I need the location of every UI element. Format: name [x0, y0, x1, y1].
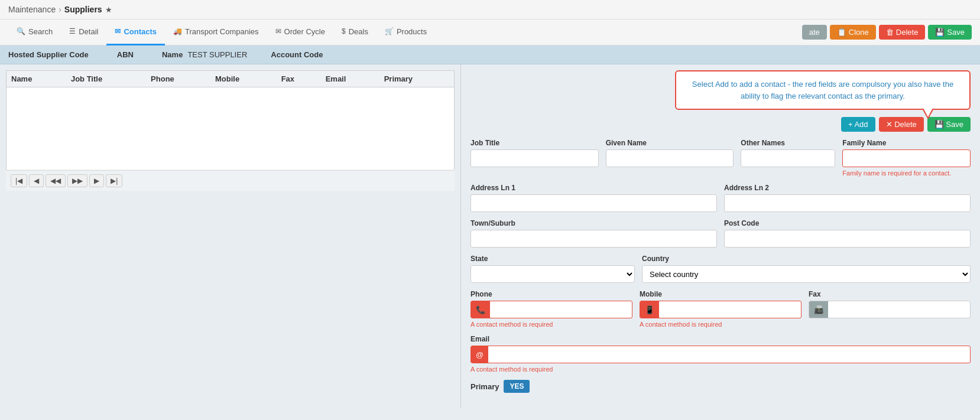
breadcrumb-separator: › — [59, 5, 61, 14]
field-phone: Phone 📞 A contact method is required — [470, 290, 632, 328]
delete-label: Delete — [896, 28, 919, 37]
town-label: Town/Suburb — [470, 219, 717, 227]
other-names-input[interactable] — [741, 149, 835, 167]
order-cycle-icon: ✉ — [275, 27, 281, 35]
fax-label: Fax — [809, 290, 971, 298]
email-error: A contact method is required — [470, 366, 971, 373]
field-fax: Fax 📠 — [809, 290, 971, 328]
given-name-input[interactable] — [606, 149, 734, 167]
page-prev-first[interactable]: ◀ — [29, 174, 44, 187]
star-icon[interactable]: ★ — [105, 5, 112, 14]
toolbar: 🔍 Search ☰ Detail ✉ Contacts 🚚 Transport… — [0, 19, 980, 45]
transport-icon: 🚚 — [173, 27, 182, 35]
phone-input[interactable] — [490, 301, 632, 318]
address1-label: Address Ln 1 — [470, 184, 717, 192]
address2-label: Address Ln 2 — [724, 184, 971, 192]
mobile-input[interactable] — [659, 301, 801, 318]
fax-input[interactable] — [828, 301, 970, 318]
col-mobile: Mobile — [210, 71, 277, 87]
col-name: Name — [7, 71, 66, 87]
delete-contact-button[interactable]: ✕ Delete — [879, 117, 924, 132]
save-button[interactable]: 💾 Save — [928, 25, 972, 40]
breadcrumb-current: Suppliers — [64, 5, 102, 14]
form-row-5: Phone 📞 A contact method is required Mob… — [470, 290, 971, 328]
save-icon: 💾 — [935, 28, 945, 37]
field-given-name: Given Name — [606, 139, 734, 177]
tab-deals-label: Deals — [349, 27, 368, 36]
field-family-name: Family Name Family name is required for … — [842, 139, 971, 177]
name-value: TEST SUPPLIER — [187, 50, 247, 59]
page-next[interactable]: ▶▶ — [67, 174, 87, 187]
field-country: Country Select country — [642, 255, 971, 283]
field-postcode: Post Code — [724, 219, 971, 248]
right-panel: Select Add to add a contact - the red fi… — [461, 64, 980, 408]
tab-products[interactable]: 🛒 Products — [377, 19, 435, 45]
name-label: Name — [162, 50, 183, 59]
delete-icon: 🗑 — [886, 28, 894, 37]
town-input[interactable] — [470, 230, 717, 248]
tab-deals[interactable]: $ Deals — [333, 19, 377, 45]
breadcrumb: Maintenance › Suppliers ★ — [0, 0, 980, 19]
mobile-error: A contact method is required — [640, 321, 801, 328]
tab-search[interactable]: 🔍 Search — [8, 19, 61, 45]
state-select[interactable]: NSW VIC QLD SA WA TAS NT ACT — [470, 265, 635, 283]
tab-search-label: Search — [28, 27, 53, 36]
email-input-group: @ — [470, 346, 971, 363]
info-hosted-supplier: Hosted Supplier Code — [8, 50, 93, 59]
tab-contacts-label: Contacts — [124, 27, 157, 36]
mobile-input-group: 📱 — [640, 301, 801, 318]
phone-error: A contact method is required — [470, 321, 632, 328]
tab-products-label: Products — [397, 27, 427, 36]
save-label: Save — [947, 28, 965, 37]
country-label: Country — [642, 255, 971, 263]
info-name: Name TEST SUPPLIER — [162, 50, 247, 59]
col-job-title: Job Title — [66, 71, 146, 87]
address2-input[interactable] — [724, 194, 971, 212]
page-first[interactable]: |◀ — [11, 174, 27, 187]
page-next-last[interactable]: ▶ — [89, 174, 104, 187]
left-panel: Name Job Title Phone Mobile Fax Email Pr… — [0, 64, 461, 408]
given-name-label: Given Name — [606, 139, 734, 147]
info-account-code: Account Code — [271, 50, 327, 59]
tab-contacts[interactable]: ✉ Contacts — [106, 19, 165, 45]
ate-button[interactable]: ate — [802, 25, 827, 40]
tab-detail[interactable]: ☰ Detail — [61, 19, 106, 45]
primary-toggle[interactable]: YES — [504, 380, 530, 393]
callout-box: Select Add to add a contact - the red fi… — [675, 70, 971, 110]
abn-label: ABN — [117, 50, 134, 59]
phone-icon: 📞 — [471, 301, 490, 318]
field-state: State NSW VIC QLD SA WA TAS NT ACT — [470, 255, 635, 283]
info-abn: ABN — [117, 50, 138, 59]
at-icon: @ — [471, 346, 488, 363]
form-row-2: Address Ln 1 Address Ln 2 — [470, 184, 971, 212]
page-prev[interactable]: ◀◀ — [46, 174, 66, 187]
other-names-label: Other Names — [741, 139, 835, 147]
pagination: |◀ ◀ ◀◀ ▶▶ ▶ ▶| — [6, 170, 455, 191]
family-name-input[interactable] — [842, 149, 971, 167]
field-town: Town/Suburb — [470, 219, 717, 248]
tab-transport[interactable]: 🚚 Transport Companies — [165, 19, 267, 45]
field-address1: Address Ln 1 — [470, 184, 717, 212]
field-address2: Address Ln 2 — [724, 184, 971, 212]
hosted-supplier-label: Hosted Supplier Code — [8, 50, 89, 59]
info-bar: Hosted Supplier Code ABN Name TEST SUPPL… — [0, 45, 980, 64]
page-last[interactable]: ▶| — [106, 174, 122, 187]
tab-order-cycle-label: Order Cycle — [284, 27, 325, 36]
phone-label: Phone — [470, 290, 632, 298]
search-icon: 🔍 — [17, 27, 25, 35]
job-title-input[interactable] — [470, 149, 599, 167]
tab-order-cycle[interactable]: ✉ Order Cycle — [267, 19, 333, 45]
address1-input[interactable] — [470, 194, 717, 212]
add-contact-button[interactable]: + Add — [841, 117, 875, 132]
contacts-table: Name Job Title Phone Mobile Fax Email Pr… — [6, 70, 455, 170]
email-input[interactable] — [488, 346, 970, 363]
country-select[interactable]: Select country — [642, 265, 971, 283]
field-other-names: Other Names — [741, 139, 835, 177]
clone-label: Clone — [849, 28, 869, 37]
delete-button[interactable]: 🗑 Delete — [879, 25, 926, 40]
clone-icon: 📋 — [837, 28, 846, 37]
clone-button[interactable]: 📋 Clone — [830, 25, 876, 40]
family-name-error: Family name is required for a contact. — [842, 170, 971, 177]
table-body — [7, 87, 455, 170]
postcode-input[interactable] — [724, 230, 971, 248]
